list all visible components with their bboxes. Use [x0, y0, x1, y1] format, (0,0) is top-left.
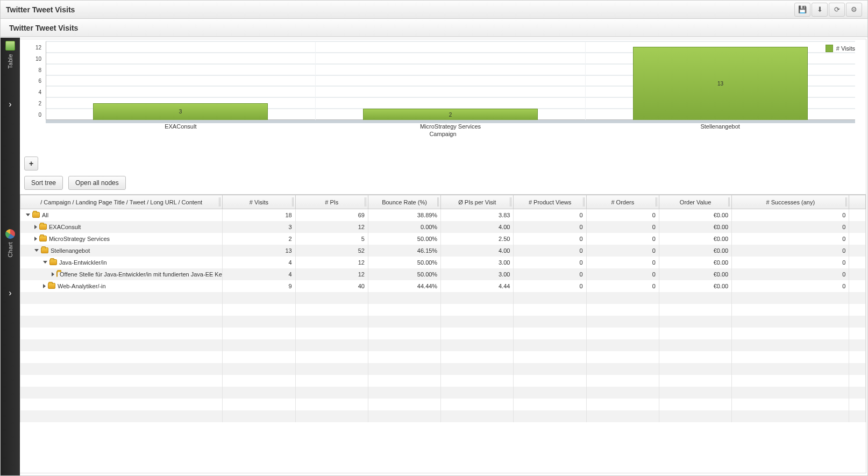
tab-table-label: Table — [7, 54, 13, 69]
cell-value: 0 — [732, 268, 849, 280]
column-resize-handle[interactable] — [365, 197, 367, 207]
column-header[interactable]: # Orders — [586, 195, 659, 209]
row-label: EXAConsult — [49, 224, 81, 230]
column-resize-handle[interactable] — [437, 197, 439, 207]
cell-value: 4.00 — [441, 245, 514, 257]
download-icon: ⬇ — [817, 5, 823, 13]
settings-button[interactable]: ⚙ — [846, 3, 862, 17]
tab-table[interactable]: Table — [1, 38, 20, 73]
cell-value: 0 — [514, 221, 586, 233]
refresh-button[interactable]: ⟳ — [829, 3, 845, 17]
table-row-empty — [20, 351, 866, 363]
x-label: Stellenangebot — [585, 123, 855, 130]
column-resize-handle[interactable] — [219, 197, 221, 207]
cell-value: €0.00 — [659, 209, 731, 221]
column-resize-handle[interactable] — [656, 197, 658, 207]
column-header[interactable]: # PIs — [295, 195, 368, 209]
table-row[interactable]: Stellenangebot135246.15%4.0000€0.000 — [20, 245, 866, 257]
table-row-empty — [20, 316, 866, 328]
chart-bar[interactable]: 13 — [633, 47, 808, 120]
cell-value: 52 — [295, 245, 368, 257]
table-row-empty — [20, 328, 866, 339]
column-resize-handle[interactable] — [728, 197, 730, 207]
cell-value: 0 — [514, 257, 586, 268]
cell-value: 2.50 — [441, 233, 514, 245]
cell-value: €0.00 — [659, 221, 731, 233]
table-row[interactable]: Offene Stelle für Java-Entwickler/in mit… — [20, 268, 866, 280]
expand-icon[interactable] — [43, 284, 46, 288]
tab-chart-label: Chart — [7, 242, 13, 257]
tab-chart[interactable]: Chart — [1, 226, 20, 261]
folder-icon — [49, 259, 57, 265]
cell-value: 69 — [295, 209, 368, 221]
column-header[interactable]: Bounce Rate (%) — [368, 195, 440, 209]
save-button[interactable]: 💾 — [794, 3, 810, 17]
cell-value: 40 — [295, 280, 368, 292]
collapse-icon[interactable] — [34, 249, 39, 252]
chart-panel: # Visits 02468101214 3213 EXAConsultMicr… — [20, 39, 866, 152]
titlebar: Twitter Tweet Visits 💾 ⬇ ⟳ ⚙ — [1, 1, 867, 19]
cell-value: 4 — [223, 268, 295, 280]
cell-value: €0.00 — [659, 280, 731, 292]
expand-chart-icon[interactable]: › — [1, 262, 20, 324]
column-resize-handle[interactable] — [292, 197, 294, 207]
row-label: Offene Stelle für Java-Entwickler/in mit… — [60, 271, 223, 278]
column-resize-handle[interactable] — [845, 197, 848, 207]
collapse-icon[interactable] — [26, 214, 30, 216]
cell-value: 0 — [732, 209, 849, 221]
cell-value: 5 — [295, 233, 368, 245]
cell-value: 0 — [586, 268, 659, 280]
cell-value: 0 — [732, 221, 849, 233]
column-header[interactable]: / Campaign / Landing Page Title / Tweet … — [20, 195, 223, 209]
cell-value: 46.15% — [368, 245, 440, 257]
cell-value: 3 — [223, 221, 295, 233]
column-header[interactable]: Order Value — [659, 195, 731, 209]
y-tick: 14 — [32, 39, 41, 39]
cell-value: €0.00 — [659, 233, 731, 245]
cell-value: 13 — [223, 245, 295, 257]
cell-value: 0 — [586, 233, 659, 245]
table-row-empty — [20, 387, 866, 399]
y-tick: 10 — [32, 55, 41, 61]
cell-value: 0 — [586, 280, 659, 292]
cell-value: €0.00 — [659, 268, 731, 280]
chart-bar[interactable]: 3 — [93, 103, 268, 120]
table-row[interactable]: All186938.89%3.8300€0.000 — [20, 209, 866, 221]
folder-icon — [39, 224, 47, 230]
cell-value: 50.00% — [368, 257, 440, 268]
column-resize-handle[interactable] — [583, 197, 585, 207]
open-all-nodes-button[interactable]: Open all nodes — [68, 176, 126, 190]
x-label: MicroStrategy Services — [316, 123, 586, 130]
table-row-empty — [20, 410, 866, 422]
column-header[interactable]: # Successes (any) — [732, 195, 849, 209]
column-header[interactable]: # Visits — [223, 195, 295, 209]
cell-value: 38.89% — [368, 209, 440, 221]
expand-icon[interactable] — [34, 237, 37, 241]
cell-value: 0.00% — [368, 221, 440, 233]
data-table: / Campaign / Landing Page Title / Tweet … — [20, 194, 866, 473]
table-row[interactable]: MicroStrategy Services2550.00%2.5000€0.0… — [20, 233, 866, 245]
table-row[interactable]: Web-Analytiker/-in94044.44%4.4400€0.000 — [20, 280, 866, 292]
sort-tree-button[interactable]: Sort tree — [24, 176, 63, 190]
gear-icon: ⚙ — [851, 5, 857, 13]
cell-value: 12 — [295, 221, 368, 233]
table-row[interactable]: Java-Entwickler/in41250.00%3.0000€0.000 — [20, 257, 866, 268]
folder-icon — [39, 236, 47, 241]
cell-value: 3.00 — [441, 257, 514, 268]
table-row[interactable]: EXAConsult3120.00%4.0000€0.000 — [20, 221, 866, 233]
column-header[interactable]: # Product Views — [514, 195, 586, 209]
collapse-icon[interactable] — [43, 261, 47, 264]
download-button[interactable]: ⬇ — [812, 3, 828, 17]
chart-bar[interactable]: 2 — [363, 109, 538, 120]
expand-icon[interactable] — [34, 225, 37, 229]
column-header[interactable]: Ø PIs per Visit — [441, 195, 514, 209]
folder-icon — [32, 212, 40, 218]
expand-icon[interactable] — [52, 272, 54, 276]
cell-value: 0 — [586, 209, 659, 221]
sidebar: Table › Chart › — [1, 38, 20, 475]
expand-table-icon[interactable]: › — [1, 73, 20, 136]
y-tick: 4 — [32, 89, 41, 95]
cell-value: 4.00 — [441, 221, 514, 233]
add-button[interactable]: + — [24, 157, 38, 170]
column-resize-handle[interactable] — [510, 197, 512, 207]
